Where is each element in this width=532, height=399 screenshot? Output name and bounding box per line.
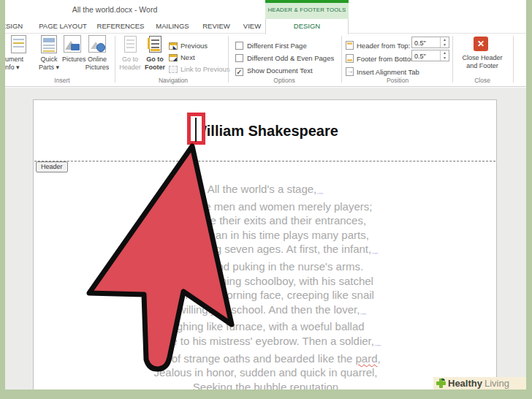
tab-references[interactable]: REFERENCES: [93, 19, 148, 34]
document-info-button[interactable]: ument nfo ▾: [5, 35, 33, 72]
healthy-living-plus-icon: [436, 378, 446, 389]
different-odd-even-checkbox[interactable]: Different Odd & Even Pages: [235, 50, 334, 60]
ribbon: ument nfo ▾ Quick Parts ▾ Pictures: [5, 34, 526, 87]
healthy-living-logo: Healthy Living: [433, 377, 526, 390]
poem-line: Jealous in honor, sudden and quick in qu…: [34, 365, 498, 380]
tab-design-active[interactable]: DESIGN: [265, 19, 349, 34]
word-window: All the world.docx - Word HEADER & FOOTE…: [0, 0, 532, 399]
header-from-top-row: Header from Top:: [346, 38, 410, 51]
ribbon-tab-row: DESIGN PAGE LAYOUT REFERENCES MAILINGS R…: [5, 19, 526, 34]
checkbox-icon[interactable]: [235, 42, 243, 50]
header-tag-badge: Header: [36, 162, 68, 172]
poem-line: And shining morning face, creeping like …: [34, 288, 498, 303]
window-edge-left: [0, 0, 5, 399]
text-cursor: [195, 118, 197, 142]
poem-line: Made to his mistress' eyebrow. Then a so…: [34, 334, 498, 352]
document-info-icon: [11, 35, 26, 53]
go-to-header-icon: [124, 36, 137, 53]
contextual-tab-label: HEADER & FOOTER TOOLS: [265, 7, 349, 13]
header-boundary-dotted-line: [34, 161, 495, 162]
quick-parts-button[interactable]: Quick Parts ▾: [36, 35, 62, 72]
navigation-group-label: Navigation: [137, 77, 210, 84]
group-separator: [513, 36, 514, 83]
poem-line: All the world's a stage,: [34, 182, 498, 200]
tab-view[interactable]: VIEW: [236, 19, 268, 34]
spinner-buttons[interactable]: ▲▼: [440, 37, 449, 48]
different-first-page-checkbox[interactable]: Different First Page: [235, 38, 307, 48]
tab-page-layout[interactable]: PAGE LAYOUT: [33, 19, 93, 34]
poem-line: Mewling and puking in the nurse's arms.: [34, 259, 498, 274]
document-title: All the world.docx - Word: [5, 5, 224, 14]
quick-parts-icon: [41, 35, 57, 53]
online-pictures-icon: [88, 35, 106, 53]
go-to-footer-icon: [149, 36, 162, 53]
poem-line-pard: Full of strange oaths and bearded like t…: [34, 352, 498, 366]
header-title-text[interactable]: William Shakespeare: [34, 123, 498, 140]
poem-line: Unwillingly to school. And then the love…: [34, 303, 498, 320]
document-area: William Shakespeare Header All the world…: [5, 88, 526, 390]
window-edge-right: [526, 0, 532, 399]
insert-alignment-tab-icon: [346, 67, 354, 76]
close-icon: ✕: [474, 37, 488, 51]
title-bar: All the world.docx - Word HEADER & FOOTE…: [5, 0, 526, 19]
document-body-text[interactable]: All the world's a stage, And all the men…: [34, 182, 498, 399]
footer-from-bottom-input[interactable]: 0.5" ▲▼: [411, 50, 449, 61]
pictures-button[interactable]: Pictures: [62, 35, 83, 64]
link-to-previous-button[interactable]: Link to Previous: [169, 61, 230, 75]
poem-line: And all the men and women merely players…: [34, 200, 498, 214]
header-from-top-icon: [346, 41, 354, 50]
group-separator: [228, 36, 229, 83]
window-edge-bottom: [0, 390, 532, 399]
spellcheck-word: pard: [355, 352, 377, 365]
group-separator: [115, 36, 115, 83]
contextual-tab-header: HEADER & FOOTER TOOLS: [265, 0, 349, 19]
next-icon: ◢: [169, 54, 178, 61]
checkbox-icon[interactable]: [235, 54, 243, 62]
grammar-squiggle-icon: [316, 183, 324, 195]
tab-review[interactable]: REVIEW: [197, 19, 236, 34]
grammar-squiggle-icon: [374, 335, 381, 347]
previous-icon: ◣: [169, 42, 178, 50]
document-page[interactable]: William Shakespeare Header All the world…: [33, 99, 497, 392]
online-pictures-button[interactable]: Online Pictures: [83, 35, 112, 72]
poem-line: Sighing like furnace, with a woeful ball…: [34, 319, 498, 334]
grammar-squiggle-icon: [360, 303, 367, 316]
header-from-top-input[interactable]: 0.5" ▲▼: [411, 37, 449, 48]
poem-line: Then the whining schoolboy, with his sat…: [34, 274, 498, 289]
tab-design-cut[interactable]: DESIGN: [5, 19, 30, 34]
footer-from-bottom-icon: [346, 54, 354, 63]
poem-line: And one man in his time plays many parts…: [34, 228, 498, 243]
link-to-previous-icon: [169, 66, 178, 73]
close-group-label: Close: [453, 77, 512, 84]
poem-line: His acts being seven ages. At first, the…: [34, 242, 498, 259]
checkbox-checked-icon[interactable]: ✓: [235, 68, 243, 76]
show-document-text-checkbox[interactable]: ✓Show Document Text: [235, 63, 313, 72]
insert-alignment-tab-button[interactable]: Insert Alignment Tab: [346, 64, 419, 77]
tab-mailings[interactable]: MAILINGS: [148, 19, 197, 34]
spinner-buttons[interactable]: ▲▼: [440, 50, 449, 61]
go-to-footer-button[interactable]: Go to Footer: [143, 36, 167, 72]
go-to-header-button[interactable]: Go to Header: [118, 36, 142, 72]
footer-from-bottom-row: Footer from Bottom:: [346, 51, 418, 64]
poem-line: They have their exits and their entrance…: [34, 213, 498, 228]
options-group-label: Options: [246, 77, 322, 84]
close-header-footer-button[interactable]: ✕ Close Header and Footer: [453, 34, 512, 70]
pictures-icon: [64, 35, 81, 53]
position-group-label: Position: [361, 77, 434, 84]
group-separator: [341, 36, 342, 83]
insert-group-label: Insert: [34, 77, 90, 84]
grammar-squiggle-icon: [371, 243, 379, 255]
